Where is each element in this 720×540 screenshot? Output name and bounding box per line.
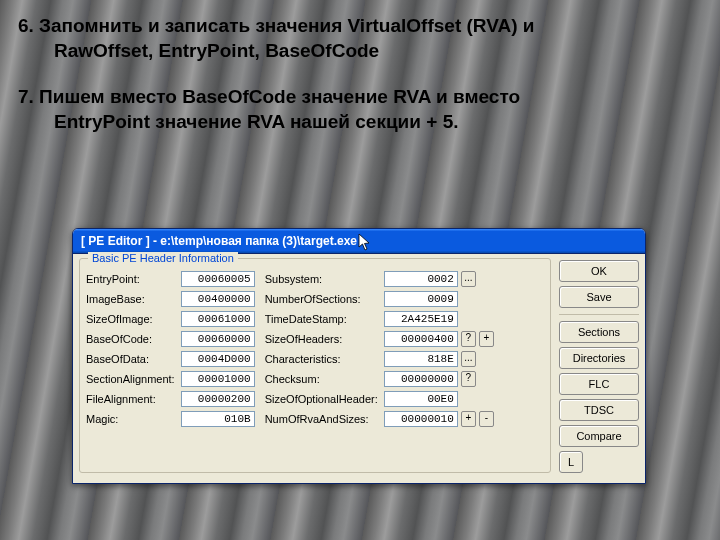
input-imagebase[interactable]: 00400000 (181, 291, 255, 307)
label-filealignment: FileAlignment: (86, 393, 175, 405)
instruction-7: 7. Пишем вместо BaseOfCode значение RVA … (18, 85, 702, 134)
label-magic: Magic: (86, 413, 175, 425)
label-sizeofoptionalheader: SizeOfOptionalHeader: (265, 393, 378, 405)
label-characteristics: Characteristics: (265, 353, 378, 365)
input-sizeofoptionalheader[interactable]: 00E0 (384, 391, 458, 407)
flc-button[interactable]: FLC (559, 373, 639, 395)
sections-button[interactable]: Sections (559, 321, 639, 343)
sizeofheaders-plus-button[interactable]: + (479, 331, 494, 347)
checksum-query-button[interactable]: ? (461, 371, 476, 387)
side-buttons: OK Save Sections Directories FLC TDSC Co… (551, 258, 639, 473)
label-checksum: Checksum: (265, 373, 378, 385)
right-fields: Subsystem: 0002 ... NumberOfSections: 00… (265, 271, 494, 427)
input-magic[interactable]: 010B (181, 411, 255, 427)
input-sizeofimage[interactable]: 00061000 (181, 311, 255, 327)
instruction-6: 6. Запомнить и записать значения Virtual… (18, 14, 702, 63)
sizeofheaders-query-button[interactable]: ? (461, 331, 476, 347)
input-filealignment[interactable]: 00000200 (181, 391, 255, 407)
input-baseofcode[interactable]: 00060000 (181, 331, 255, 347)
input-timedatestamp[interactable]: 2A425E19 (384, 311, 458, 327)
save-button[interactable]: Save (559, 286, 639, 308)
characteristics-more-button[interactable]: ... (461, 351, 476, 367)
ok-button[interactable]: OK (559, 260, 639, 282)
label-imagebase: ImageBase: (86, 293, 175, 305)
input-sectionalignment[interactable]: 00001000 (181, 371, 255, 387)
group-legend: Basic PE Header Information (88, 252, 238, 264)
input-numofrvaandsizes[interactable]: 00000010 (384, 411, 458, 427)
input-baseofdata[interactable]: 0004D000 (181, 351, 255, 367)
numofrva-plus-button[interactable]: + (461, 411, 476, 427)
label-sectionalignment: SectionAlignment: (86, 373, 175, 385)
input-numberofsections[interactable]: 0009 (384, 291, 458, 307)
label-timedatestamp: TimeDateStamp: (265, 313, 378, 325)
label-baseofcode: BaseOfCode: (86, 333, 175, 345)
subsystem-more-button[interactable]: ... (461, 271, 476, 287)
window-titlebar[interactable]: [ PE Editor ] - e:\temp\новая папка (3)\… (73, 229, 645, 254)
label-subsystem: Subsystem: (265, 273, 378, 285)
basic-header-group: Basic PE Header Information EntryPoint: … (79, 258, 551, 473)
divider (559, 314, 639, 315)
input-subsystem[interactable]: 0002 (384, 271, 458, 287)
numofrva-minus-button[interactable]: - (479, 411, 494, 427)
input-sizeofheaders[interactable]: 00000400 (384, 331, 458, 347)
tdsc-button[interactable]: TDSC (559, 399, 639, 421)
label-sizeofimage: SizeOfImage: (86, 313, 175, 325)
directories-button[interactable]: Directories (559, 347, 639, 369)
input-checksum[interactable]: 00000000 (384, 371, 458, 387)
label-baseofdata: BaseOfData: (86, 353, 175, 365)
label-numofrvaandsizes: NumOfRvaAndSizes: (265, 413, 378, 425)
label-numberofsections: NumberOfSections: (265, 293, 378, 305)
pe-editor-window: [ PE Editor ] - e:\temp\новая папка (3)\… (72, 228, 646, 484)
label-sizeofheaders: SizeOfHeaders: (265, 333, 378, 345)
input-characteristics[interactable]: 818E (384, 351, 458, 367)
left-fields: EntryPoint: 00060005 ImageBase: 00400000… (86, 271, 255, 427)
label-entrypoint: EntryPoint: (86, 273, 175, 285)
compare-button[interactable]: Compare (559, 425, 639, 447)
input-entrypoint[interactable]: 00060005 (181, 271, 255, 287)
window-title: [ PE Editor ] - e:\temp\новая папка (3)\… (81, 234, 357, 248)
l-button[interactable]: L (559, 451, 583, 473)
